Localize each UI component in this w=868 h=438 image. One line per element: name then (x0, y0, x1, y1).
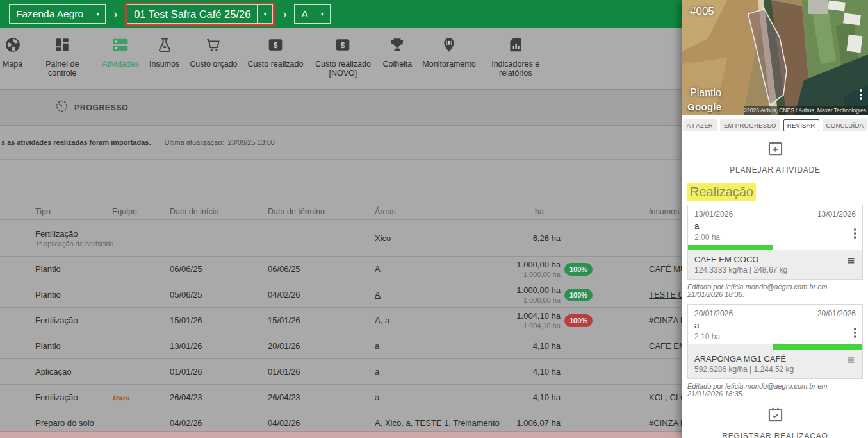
map-activity-label: Plantio (690, 87, 721, 99)
farm-selector[interactable]: Fazenda Aegro ▼ (9, 4, 106, 24)
toolbar-item-label: Painel de controle (33, 60, 92, 78)
cart-icon (205, 37, 222, 56)
end-date-cell: 04/02/26 (268, 418, 375, 428)
ha-sub-cell: 1.000,00 ha (523, 271, 561, 278)
areas-link[interactable]: A, a (375, 316, 389, 325)
map-attribution: Imagery ©2026 Airbus, CNES / Airbus, Max… (744, 106, 868, 115)
activity-type: Preparo do solo (35, 418, 112, 428)
realization-progress-bar (688, 245, 773, 250)
end-date-cell: 01/01/26 (268, 367, 375, 376)
realization-edited-note: Editado por leticia.mondo@aegro.com.br e… (687, 382, 863, 398)
end-date-cell: 06/06/25 (268, 264, 375, 274)
ha-sub-cell: 1.000,00 ha (523, 296, 561, 304)
status-tab-em-progresso[interactable]: EM PROGRESSO (720, 119, 780, 131)
status-tab-revisar[interactable]: REVISAR (783, 119, 819, 131)
status-tab-concluida[interactable]: CONCLUÍDA (823, 119, 868, 131)
realization-ha: 2,10 ha (694, 332, 856, 341)
status-tabs: A FAZER EM PROGRESSO REVISAR CONCLUÍDA (682, 119, 868, 131)
map-kebab-menu-icon[interactable] (860, 89, 862, 100)
status-tab-a-fazer[interactable]: A FAZER (683, 119, 717, 131)
toolbar-item-label: Insumos (149, 60, 179, 69)
farm-name: Fazenda Aegro (10, 5, 90, 23)
last-update-value: 23/09/25 13:00 (227, 139, 274, 146)
card-insumo-section: ARAPONGA MG1 CAFÉ 592,6286 kg/ha | 1.244… (688, 350, 862, 378)
toolbar-item-mapa[interactable]: Mapa (3, 28, 22, 89)
layers-icon[interactable] (846, 256, 856, 268)
activity-type: Fertilização (35, 229, 112, 239)
end-date-cell: 26/04/23 (268, 392, 375, 402)
gauge-icon (55, 99, 69, 115)
svg-text:$: $ (274, 41, 278, 50)
last-update-label: Última atualização: (165, 139, 224, 146)
ha-cell: 1.000,00 ha (516, 260, 561, 269)
column-header-data-termino: Data de término (268, 207, 375, 216)
ha-cell: 4,10 ha (490, 392, 561, 402)
breadcrumb-separator: › (113, 8, 117, 21)
toolbar-item-insumos[interactable]: Insumos (149, 28, 179, 89)
ha-sub-cell: 1.004,10 ha (523, 322, 561, 330)
dollar-card-icon: $ (334, 37, 351, 56)
areas-cell: a (375, 392, 490, 402)
chevron-down-icon[interactable]: ▼ (90, 5, 105, 23)
start-date-cell: 06/06/25 (170, 264, 268, 274)
toolbar-item-label: Atividades (102, 60, 139, 69)
start-date-cell: 01/01/26 (170, 367, 268, 376)
progress-badge: 100% (564, 289, 593, 301)
column-header-equipe: Equipe (112, 207, 170, 216)
realization-ha: 2,00 ha (694, 233, 856, 242)
toolbar-item-label: Monitoramento (422, 60, 475, 69)
toolbar-item-atividades[interactable]: Atividades (102, 28, 139, 89)
insumo-name: CAFE EM COCO (694, 255, 856, 264)
realization-progress-track (688, 245, 862, 250)
register-realization-button[interactable]: REGISTRAR REALIZAÇÃO (682, 406, 868, 438)
toolbar-item-label: Custo realizado (248, 60, 304, 69)
areas-link[interactable]: A (375, 264, 381, 274)
activity-type: Plantio (35, 290, 112, 299)
areas-cell: Xico (375, 233, 490, 243)
svg-text:$: $ (341, 41, 345, 50)
field-satellite-map[interactable]: #005 Plantio Google Imagery ©2026 Airbus… (682, 0, 868, 115)
register-realization-label: REGISTRAR REALIZAÇÃO (722, 432, 828, 438)
toolbar-item-custo-orcado[interactable]: Custo orçado (190, 28, 237, 89)
dollar-card-icon: $ (267, 37, 284, 56)
realization-card[interactable]: 13/01/2026 13/01/2026 a 2,00 ha CAFE EM … (687, 205, 863, 280)
realization-area: a (694, 321, 856, 330)
plan-activity-button[interactable]: PLANEJAR ATIVIDADE (682, 140, 868, 174)
realization-card[interactable]: 20/01/2026 20/01/2026 a 2,10 ha ARAPONGA… (687, 304, 863, 379)
realization-area: a (694, 221, 856, 231)
end-date-cell: 20/01/26 (268, 341, 375, 351)
card-kebab-menu-icon[interactable] (854, 228, 856, 239)
activity-detail-panel: #005 Plantio Google Imagery ©2026 Airbus… (682, 0, 868, 438)
realization-edited-note: Editado por leticia.mondo@aegro.com.br e… (687, 283, 863, 298)
calendar-check-icon (767, 406, 784, 426)
breadcrumb-separator: › (283, 8, 286, 21)
activity-subtitle: 1ª aplicação de herbicida (35, 240, 112, 248)
toolbar-item-painel-de-controle[interactable]: Painel de controle (33, 28, 92, 89)
insumo-dose: 124,3333 kg/ha | 248,67 kg (694, 265, 856, 274)
toolbar-item-monitoramento[interactable]: Monitoramento (422, 28, 475, 89)
realization-section-title: Realização (687, 183, 756, 201)
season-selector[interactable]: 01 Test Safra Café 25/26 ▼ (127, 4, 273, 24)
areas-link[interactable]: A (375, 290, 381, 299)
chevron-down-icon[interactable]: ▼ (257, 5, 272, 23)
layers-icon[interactable] (846, 355, 856, 367)
chevron-down-icon[interactable]: ▼ (315, 5, 330, 23)
field-code-label: #005 (690, 5, 714, 18)
dashboard-icon (54, 37, 70, 56)
app-root: Fazenda Aegro ▼ › 01 Test Safra Café 25/… (0, 0, 868, 438)
card-insumo-section: CAFE EM COCO 124,3333 kg/ha | 248,67 kg (688, 250, 862, 279)
toolbar-item-colheita[interactable]: Colheita (382, 28, 412, 89)
realization-start-date: 20/01/2026 (694, 309, 733, 318)
start-date-cell: 05/06/25 (170, 290, 268, 299)
toolbar-item-indicadores-e-relatorios[interactable]: Indicadores e relatórios (486, 28, 545, 89)
ha-cell: 6,26 ha (490, 233, 561, 243)
globe-icon (4, 37, 21, 56)
toolbar-item-custo-realizado-novo[interactable]: $ Custo realizado [NOVO] (313, 28, 372, 89)
area-selector[interactable]: A ▼ (294, 4, 330, 24)
activity-type: Plantio (35, 264, 112, 274)
card-kebab-menu-icon[interactable] (854, 328, 856, 338)
season-selector-highlight: 01 Test Safra Café 25/26 ▼ (125, 3, 275, 26)
toolbar-item-custo-realizado[interactable]: $ Custo realizado (248, 28, 304, 89)
trophy-icon (389, 37, 405, 56)
toolbar-item-label: Colheita (382, 60, 412, 69)
